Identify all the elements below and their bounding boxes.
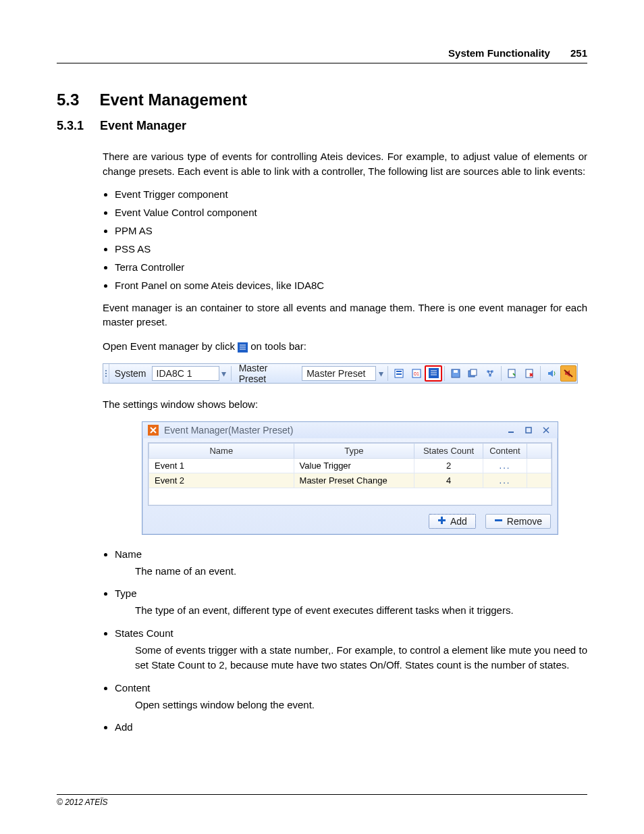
master-preset-dropdown-icon[interactable]: ▾ <box>376 364 385 383</box>
form-icon <box>394 368 404 379</box>
table-row[interactable]: Event 1 Value Trigger 2 ... <box>149 458 552 473</box>
event-manager-icon <box>428 368 439 379</box>
subsection-number: 5.3.1 <box>57 119 84 133</box>
list-item: Add <box>115 721 587 733</box>
page-header: System Functionality 251 <box>57 47 587 63</box>
speaker-mute-icon <box>563 368 574 379</box>
minus-icon <box>494 516 503 527</box>
col-content[interactable]: Content <box>483 443 527 458</box>
cell-content-button[interactable]: ... <box>483 458 527 473</box>
remove-button-label: Remove <box>507 516 542 527</box>
section-number: 5.3 <box>57 90 79 109</box>
form01-icon: 01 <box>411 368 422 379</box>
event-manager-button[interactable] <box>425 365 442 382</box>
open-post: on tools bar: <box>250 340 306 352</box>
cell-content-button[interactable]: ... <box>483 473 527 488</box>
event-manager-window: Event Manager(Master Preset) Name Type S… <box>142 421 558 535</box>
list-item: Type The type of an event, different typ… <box>115 588 587 618</box>
term-name: Name <box>115 548 142 560</box>
col-scroll-gutter <box>527 443 552 458</box>
settings-paragraph: The settings window shows below: <box>103 397 587 412</box>
cell-type: Value Trigger <box>294 458 414 473</box>
save-icon <box>450 368 461 379</box>
add-button[interactable]: Add <box>429 514 476 529</box>
toolbar-button[interactable] <box>391 365 407 382</box>
intro-paragraph: There are various type of events for con… <box>103 149 587 179</box>
toolbar-button[interactable]: 01 <box>408 365 425 382</box>
list-item: Terra Controller <box>115 261 587 273</box>
toolbar-button[interactable] <box>482 365 498 382</box>
toolbar-button[interactable] <box>521 365 537 382</box>
cell-name: Event 2 <box>149 473 294 488</box>
cell-name: Event 1 <box>149 458 294 473</box>
header-page-number: 251 <box>570 47 587 59</box>
maximize-button[interactable] <box>522 426 535 434</box>
list-item: Content Open settings window belong the … <box>115 682 587 712</box>
system-dropdown-icon[interactable]: ▾ <box>219 364 229 383</box>
cell-type: Master Preset Change <box>294 473 414 488</box>
toolbar-grip-icon[interactable] <box>103 364 109 383</box>
toolbar-button[interactable] <box>504 365 520 382</box>
svg-rect-5 <box>396 373 402 375</box>
events-table: Name Type States Count Content Event 1 V… <box>148 442 552 506</box>
system-label: System <box>109 364 152 383</box>
cell-states: 2 <box>414 458 483 473</box>
toolbar-figure: System IDA8C 1 ▾ Master Preset Master Pr… <box>103 363 578 384</box>
header-chapter: System Functionality <box>448 47 550 59</box>
section-title: Event Management <box>99 90 247 109</box>
open-instruction: Open Event manager by click on tools bar… <box>103 339 587 354</box>
toolbar-button[interactable] <box>448 365 464 382</box>
container-paragraph: Event manager is an container to store a… <box>103 301 587 330</box>
term-content: Content <box>115 682 151 694</box>
toolbar-button[interactable] <box>560 365 576 382</box>
close-button[interactable] <box>540 426 552 434</box>
svg-text:01: 01 <box>414 371 419 376</box>
minimize-button[interactable] <box>505 426 517 434</box>
term-add: Add <box>115 721 133 733</box>
master-preset-field[interactable]: Master Preset <box>302 366 376 381</box>
desc-content: Open settings window belong the event. <box>135 698 587 712</box>
toolbar-button[interactable] <box>464 365 481 382</box>
table-row[interactable]: Event 2 Master Preset Change 4 ... <box>149 473 552 488</box>
svg-rect-22 <box>526 427 531 433</box>
add-button-label: Add <box>450 516 467 527</box>
svg-rect-4 <box>396 371 402 372</box>
window-titlebar: Event Manager(Master Preset) <box>142 422 558 438</box>
list-item: States Count Some of events trigger with… <box>115 627 587 673</box>
col-name[interactable]: Name <box>149 443 294 458</box>
network-icon <box>485 368 495 379</box>
copy-icon <box>467 368 478 379</box>
svg-rect-12 <box>454 370 458 373</box>
event-manager-icon <box>238 342 248 353</box>
list-item: Front Panel on some Ateis devices, like … <box>115 280 587 291</box>
section-heading: 5.3 Event Management <box>57 90 587 109</box>
term-type: Type <box>115 588 137 599</box>
list-item: Name The name of an event. <box>115 548 587 579</box>
desc-name: The name of an event. <box>135 564 587 579</box>
list-item: Event Value Control component <box>115 207 587 218</box>
subsection-title: Event Manager <box>100 119 186 133</box>
cell-states: 4 <box>414 473 483 488</box>
window-title: Event Manager(Master Preset) <box>164 425 293 436</box>
term-states: States Count <box>115 627 173 639</box>
svg-rect-18 <box>508 369 515 377</box>
col-states[interactable]: States Count <box>414 443 483 458</box>
field-doc-list: Name The name of an event. Type The type… <box>103 548 587 733</box>
svg-rect-19 <box>526 369 533 377</box>
system-field[interactable]: IDA8C 1 <box>152 366 219 381</box>
subsection-heading: 5.3.1 Event Manager <box>57 119 587 133</box>
list-item: PSS AS <box>115 243 587 255</box>
window-app-icon <box>148 425 159 436</box>
toolbar-button[interactable] <box>543 365 560 382</box>
plus-icon <box>437 516 446 527</box>
script-x-icon <box>524 368 535 379</box>
col-type[interactable]: Type <box>294 443 414 458</box>
list-item: PPM AS <box>115 225 587 236</box>
master-preset-label: Master Preset <box>234 364 302 383</box>
remove-button[interactable]: Remove <box>485 514 551 529</box>
page-footer: © 2012 ATEÏS <box>57 794 587 807</box>
script-icon <box>506 368 517 379</box>
desc-type: The type of an event, different type of … <box>135 603 587 618</box>
speaker-icon <box>546 368 557 379</box>
source-list: Event Trigger component Event Value Cont… <box>103 188 587 291</box>
